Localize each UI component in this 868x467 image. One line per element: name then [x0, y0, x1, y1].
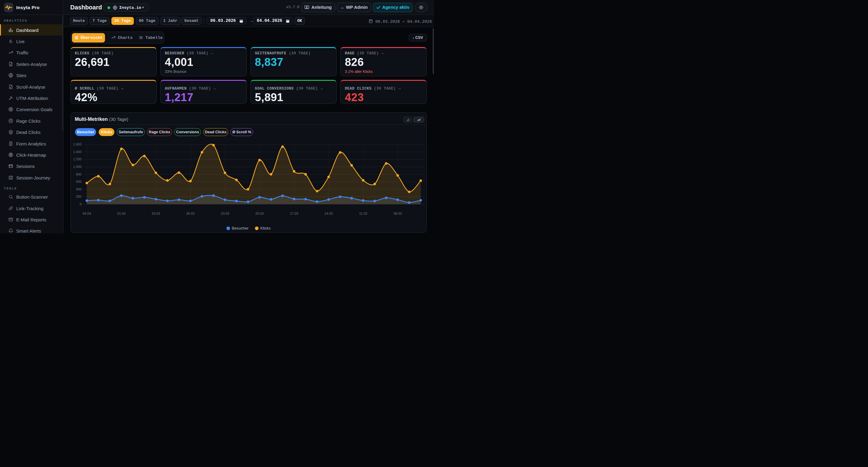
svg-text:800: 800 — [76, 172, 81, 176]
svg-text:29.03: 29.03 — [151, 212, 160, 215]
svg-text:1.600: 1.600 — [73, 142, 81, 146]
svg-text:08.03: 08.03 — [393, 212, 402, 215]
svg-text:200: 200 — [76, 195, 81, 198]
svg-text:26.03: 26.03 — [186, 212, 194, 215]
svg-text:1.000: 1.000 — [73, 165, 81, 168]
svg-text:04.04: 04.04 — [83, 212, 91, 215]
svg-text:400: 400 — [76, 187, 81, 191]
svg-text:600: 600 — [76, 180, 81, 183]
svg-text:11.03: 11.03 — [359, 212, 367, 215]
svg-text:23.03: 23.03 — [221, 212, 229, 215]
svg-text:20.03: 20.03 — [255, 212, 264, 215]
svg-text:0: 0 — [80, 202, 81, 206]
svg-text:1.400: 1.400 — [73, 150, 81, 153]
svg-text:14.03: 14.03 — [324, 212, 333, 215]
svg-text:01.04: 01.04 — [117, 212, 126, 215]
svg-text:1.200: 1.200 — [73, 157, 81, 161]
svg-text:17.03: 17.03 — [290, 212, 298, 215]
